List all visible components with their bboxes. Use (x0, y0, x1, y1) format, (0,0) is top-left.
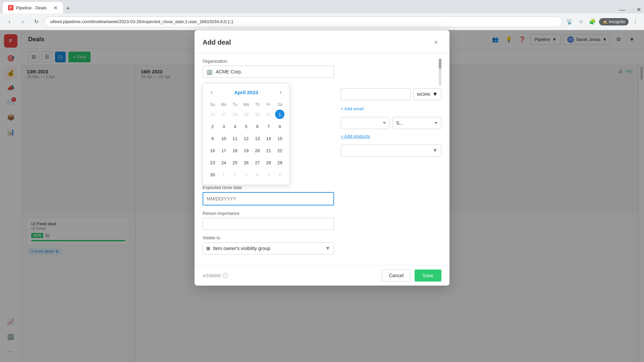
calendar-day[interactable]: 11 (229, 132, 240, 144)
expected-close-date-input[interactable] (203, 192, 334, 205)
new-tab-button[interactable]: + (63, 3, 73, 13)
minimize-button[interactable]: — (619, 6, 625, 13)
organization-input[interactable]: 🏢 ACME Corp. (203, 66, 334, 78)
calendar-day[interactable]: 16 (207, 144, 218, 157)
refresh-button[interactable]: ↻ (31, 16, 42, 27)
address-bar[interactable]: uifeed.pipedrive.com/timeline/week/2023-… (44, 16, 562, 27)
calendar-day[interactable]: 28 (229, 108, 240, 120)
calendar-day[interactable]: 5 (240, 120, 252, 132)
back-button[interactable]: ‹ (4, 16, 15, 27)
calendar-day[interactable]: 7 (263, 120, 274, 132)
visibility-icon: ⊞ (206, 246, 210, 251)
calendar-day[interactable]: 27 (252, 157, 263, 169)
expected-close-date-label: Expected close date (203, 185, 334, 190)
visible-to-group: Visible to ⊞ Item owner's visibility gro… (203, 235, 334, 254)
extension-icon[interactable]: 🧩 (588, 17, 597, 26)
calendar-next-button[interactable]: › (276, 87, 285, 97)
forward-button[interactable]: › (17, 16, 28, 27)
person-importance-label: Person Importance (203, 211, 334, 216)
modal-close-button[interactable]: × (431, 37, 441, 48)
calendar-day[interactable]: 24 (218, 157, 229, 169)
calendar-day[interactable]: 30 (252, 108, 263, 120)
calendar-day[interactable]: 29 (240, 108, 252, 120)
calendar-day[interactable]: 26 (207, 108, 218, 120)
email-group: WORK ▼ (341, 88, 441, 100)
calendar-day[interactable]: 31 (263, 108, 274, 120)
org-value: ACME Corp. (216, 69, 330, 74)
calendar-day[interactable]: 4 (252, 169, 263, 181)
calendar-day[interactable]: 30 (207, 169, 218, 181)
add-email-link[interactable]: + Add email (341, 106, 364, 111)
calendar-day[interactable]: 3 (240, 169, 252, 181)
active-tab[interactable]: P Pipeline - Deals ✕ (3, 2, 63, 13)
modal-footer: 4/100000 i Cancel Save (195, 265, 449, 286)
save-button[interactable]: Save (415, 269, 441, 282)
calendar-header: ‹ April 2023 › (207, 87, 285, 97)
calendar-day[interactable]: 14 (263, 132, 274, 144)
calendar-day[interactable]: 21 (263, 144, 274, 157)
calendar-day[interactable]: 8 (274, 120, 285, 132)
email-type-label: WORK (417, 92, 430, 97)
org-icon: 🏢 (206, 69, 213, 75)
calendar-day[interactable]: 2 (207, 120, 218, 132)
calendar-day[interactable]: 27 (218, 108, 229, 120)
calendar-day[interactable]: 6 (274, 169, 285, 181)
calendar-day[interactable]: 19 (240, 144, 252, 157)
email-type-select[interactable]: WORK ▼ (413, 88, 441, 100)
calendar-prev-button[interactable]: ‹ (207, 87, 216, 97)
tab-close-button[interactable]: ✕ (53, 5, 58, 11)
tab-favicon: P (8, 5, 13, 10)
calendar-grid: Su Mo Tu We Th Fr Sa 2627282930311234567… (207, 101, 285, 181)
calendar-month: April 2023 (234, 89, 258, 95)
cancel-button[interactable]: Cancel (382, 269, 411, 282)
calendar-day[interactable]: 1 (218, 169, 229, 181)
calendar-day[interactable]: 17 (218, 144, 229, 157)
calendar-day[interactable]: 9 (207, 132, 218, 144)
cast-icon[interactable]: 📡 (565, 17, 574, 26)
cal-header-mo: Mo (218, 101, 229, 108)
calendar-day[interactable]: 29 (274, 157, 285, 169)
bookmark-icon[interactable]: ☆ (576, 17, 586, 26)
calendar-day[interactable]: 12 (240, 132, 252, 144)
currency-select[interactable]: ▼ (341, 144, 441, 157)
add-products-link[interactable]: + Add products (341, 134, 370, 139)
date-input-wrapper (203, 192, 334, 205)
add-deal-modal: Add deal × Organization 🏢 ACME Corp. ‹ A… (195, 30, 449, 286)
calendar-day[interactable]: 28 (263, 157, 274, 169)
calendar-day[interactable]: 4 (229, 120, 240, 132)
email-type-chevron: ▼ (432, 91, 438, 97)
calendar-day[interactable]: 25 (229, 157, 240, 169)
cal-header-th: Th (252, 101, 263, 108)
calendar-day[interactable]: 26 (240, 157, 252, 169)
stage-select[interactable]: S... (392, 117, 441, 129)
menu-icon[interactable]: ⋮ (631, 17, 640, 26)
calendar-day[interactable]: 22 (274, 144, 285, 157)
char-count: 4/100000 i (203, 273, 228, 278)
person-importance-input[interactable] (203, 218, 334, 230)
currency-chevron: ▼ (432, 147, 438, 154)
incognito-indicator: 🕵 Incognito (599, 18, 629, 25)
email-input[interactable] (341, 88, 411, 100)
close-window-button[interactable]: ✕ (636, 6, 641, 13)
calendar-day[interactable]: 6 (252, 120, 263, 132)
calendar-day[interactable]: 5 (263, 169, 274, 181)
calendar-day[interactable]: 2 (229, 169, 240, 181)
calendar-day[interactable]: 18 (229, 144, 240, 157)
calendar-day[interactable]: 20 (252, 144, 263, 157)
calendar-day[interactable]: 15 (274, 132, 285, 144)
calendar-day[interactable]: 10 (218, 132, 229, 144)
modal-scrollbar[interactable] (439, 59, 441, 85)
maximize-button[interactable]: ⬜ (628, 7, 634, 12)
calendar-day[interactable]: 3 (218, 120, 229, 132)
pipeline-select[interactable] (341, 117, 390, 129)
calendar-day[interactable]: 1 (274, 108, 285, 120)
calendar-day[interactable]: 23 (207, 157, 218, 169)
modal-left-column: Organization 🏢 ACME Corp. ‹ April 2023 ›… (203, 59, 334, 260)
cal-header-we: We (240, 101, 252, 108)
modal-right-column: WORK ▼ + Add email S... + Add products ▼ (341, 59, 441, 260)
char-count-value: 4/100000 (203, 273, 221, 278)
calendar-day[interactable]: 13 (252, 132, 263, 144)
visible-to-select[interactable]: ⊞ Item owner's visibility group ▼ (203, 242, 334, 254)
visible-to-label: Visible to (203, 235, 334, 240)
modal-title: Add deal (203, 39, 231, 46)
